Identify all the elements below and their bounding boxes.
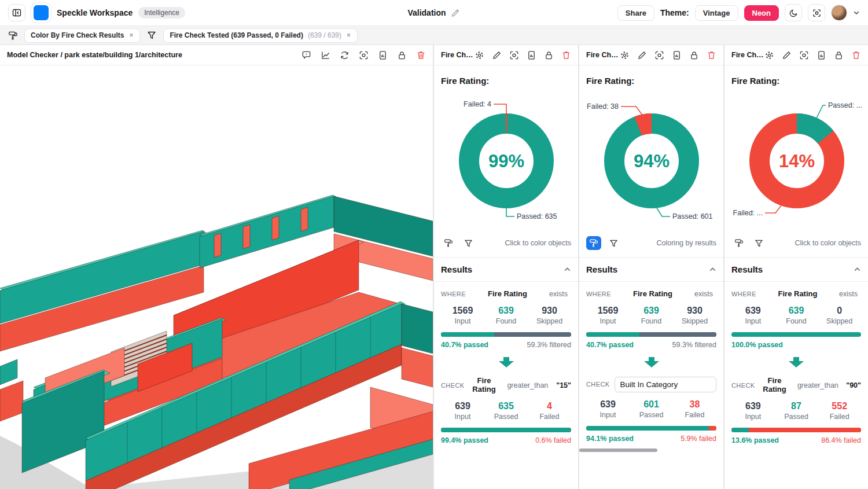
filter-bar: Color By Fire Check Results × Fire Check… [0, 26, 868, 45]
sidebar-collapse-icon [12, 8, 21, 17]
lock-icon[interactable] [397, 50, 407, 60]
donut-chart[interactable]: Passed: ... Failed: ... 14% [731, 87, 862, 230]
check-failed-value: 552 [818, 401, 861, 411]
edit-icon[interactable] [492, 50, 502, 60]
settings-icon[interactable] [620, 50, 630, 60]
where-input-label: Input [441, 317, 484, 325]
report-icon[interactable] [672, 50, 682, 60]
trash-icon[interactable] [416, 50, 426, 60]
check-property: Fire Rating [760, 377, 790, 394]
lock-icon[interactable] [689, 50, 699, 60]
color-objects-button[interactable] [586, 236, 601, 250]
check-progress-bar [586, 426, 716, 431]
where-property: Fire Rating [616, 290, 690, 299]
check-input-value: 639 [731, 401, 775, 411]
donut-chart[interactable]: Failed: 4 Passed: 635 99% [441, 87, 572, 230]
check-failed-label: Failed [528, 413, 571, 421]
where-found-value: 639 [630, 306, 673, 316]
focus-view-button[interactable] [808, 4, 825, 21]
sidebar-collapse-button[interactable] [8, 4, 25, 21]
close-icon[interactable]: × [346, 31, 351, 39]
where-input-label: Input [586, 317, 630, 325]
chart-icon[interactable] [321, 50, 330, 60]
check-progress-bar [731, 428, 861, 432]
where-progress-bar [586, 332, 716, 337]
report-icon[interactable] [527, 50, 536, 60]
dark-mode-button[interactable] [785, 4, 802, 21]
where-keyword: WHERE [586, 291, 611, 297]
theme-neon-button[interactable]: Neon [744, 5, 779, 21]
check-input-label: Input [586, 411, 630, 419]
color-objects-button[interactable] [441, 236, 456, 250]
where-found-value: 639 [484, 306, 528, 316]
check-failed-label: Failed [818, 413, 861, 421]
filter-tab-color-by-fire-check[interactable]: Color By Fire Check Results × [24, 28, 140, 43]
main-content: Model Checker / park estate/building 1/a… [0, 45, 868, 489]
isolate-filter-button[interactable] [145, 28, 159, 42]
sync-icon[interactable] [340, 50, 350, 60]
action-hint: Click to color objects [505, 239, 571, 247]
focus-icon[interactable] [654, 50, 664, 60]
isolate-objects-button[interactable] [461, 236, 476, 250]
check-failed-value: 4 [528, 401, 571, 411]
where-progress-bar [731, 332, 861, 337]
where-property: Fire Rating [761, 290, 834, 299]
isolate-objects-button[interactable] [606, 236, 621, 250]
close-icon[interactable]: × [128, 31, 134, 39]
settings-icon[interactable] [475, 50, 484, 60]
where-keyword: WHERE [441, 291, 466, 297]
check-value: "15" [556, 381, 571, 389]
results-section-toggle[interactable]: Results [441, 258, 571, 281]
check-category-select[interactable]: Built In Category [615, 377, 716, 392]
viewer-3d-canvas[interactable] [0, 65, 433, 489]
where-operator: exists [549, 290, 568, 298]
lock-icon[interactable] [544, 50, 554, 60]
lock-icon[interactable] [834, 50, 844, 60]
arrow-down-icon [788, 357, 804, 367]
check-card: CHECK Fire Rating greater_than "15" 639I… [441, 369, 571, 450]
metric-title: Fire Rating: [586, 76, 716, 86]
focus-icon[interactable] [799, 50, 809, 60]
focus-icon[interactable] [509, 50, 519, 60]
edit-icon[interactable] [782, 50, 792, 60]
speckle-logo[interactable] [34, 5, 49, 20]
where-skipped-value: 0 [818, 306, 861, 316]
comment-icon[interactable] [301, 50, 311, 60]
results-label: Results [731, 264, 763, 274]
report-icon[interactable] [816, 50, 826, 60]
share-button[interactable]: Share [617, 5, 654, 21]
results-section-toggle[interactable]: Results [586, 258, 716, 281]
check-card: CHECK Built In Category 639Input 601Pass… [586, 369, 716, 458]
edit-title-icon[interactable] [451, 8, 461, 18]
trash-icon[interactable] [561, 50, 571, 60]
flow-arrow [731, 355, 861, 369]
report-icon[interactable] [378, 50, 388, 60]
trash-icon[interactable] [851, 50, 861, 60]
check-failed-label: Failed [673, 411, 716, 419]
color-filter-button[interactable] [6, 28, 20, 42]
results-section-toggle[interactable]: Results [731, 258, 861, 281]
edit-icon[interactable] [637, 50, 647, 60]
focus-icon[interactable] [359, 50, 369, 60]
trash-icon[interactable] [707, 50, 716, 60]
settings-icon[interactable] [764, 50, 774, 60]
chevron-up-icon [564, 266, 571, 273]
where-filtered-pct: 59.3% filtered [527, 341, 571, 349]
color-objects-button[interactable] [731, 236, 746, 250]
check-failed-pct: 0.6% failed [535, 436, 571, 444]
flow-arrow [586, 355, 716, 369]
isolate-objects-button[interactable] [751, 236, 766, 250]
filter-tab-fire-check-tested[interactable]: Fire Check Tested (639 Passed, 0 Failed)… [163, 28, 358, 43]
donut-percent: 14% [779, 151, 815, 171]
filter-tab-label: Fire Check Tested (639 Passed, 0 Failed) [170, 31, 303, 39]
check-keyword: CHECK [586, 381, 610, 388]
paint-roller-icon [8, 31, 18, 41]
where-input-value: 1569 [441, 306, 484, 316]
horizontal-scrollbar[interactable] [579, 448, 719, 452]
check-passed-pct: 13.6% passed [731, 436, 779, 444]
user-avatar[interactable] [831, 5, 847, 21]
chevron-down-icon[interactable] [853, 9, 860, 16]
donut-passed-label: Passed: 635 [517, 212, 557, 220]
theme-vintage-button[interactable]: Vintage [695, 5, 738, 21]
donut-chart[interactable]: Failed: 38 Passed: 601 94% [586, 87, 717, 230]
